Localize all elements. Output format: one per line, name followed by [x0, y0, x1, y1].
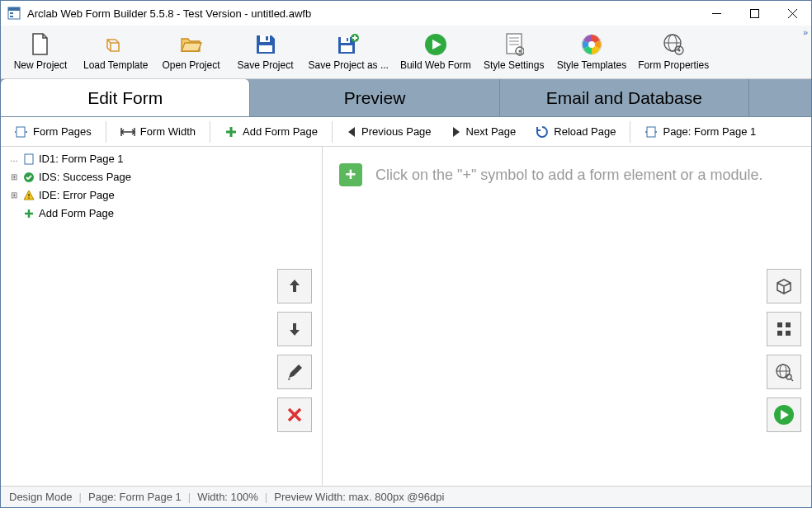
tree-item-form-page[interactable]: … ID1: Form Page 1	[1, 150, 322, 168]
status-preview-width: Preview Width: max. 800px @96dpi	[274, 491, 444, 503]
status-width: Width: 100%	[197, 491, 258, 503]
toolbar-label: Build Web Form	[400, 59, 471, 71]
svg-rect-1	[8, 7, 20, 11]
add-form-page-button[interactable]: Add Form Page	[215, 120, 327, 144]
status-page: Page: Form Page 1	[88, 491, 182, 503]
hint-text: Click on the "+" symbol to add a form el…	[375, 167, 763, 184]
save-project-button[interactable]: Save Project	[229, 27, 303, 77]
move-up-button[interactable]	[277, 269, 312, 303]
save-icon	[254, 33, 277, 56]
tree-expander[interactable]: ⊞	[9, 187, 19, 204]
window-title: Arclab Web Form Builder 5.5.8 - Test Ver…	[27, 7, 697, 20]
style-settings-button[interactable]: Style Settings	[477, 27, 551, 77]
svg-rect-9	[266, 36, 268, 40]
sub-label: Reload Page	[554, 125, 616, 138]
separator: |	[79, 491, 82, 503]
toolbar-label: Save Project as ...	[309, 59, 389, 71]
arrow-left-icon	[347, 126, 356, 138]
sub-label: Previous Page	[361, 125, 432, 138]
svg-rect-38	[25, 154, 33, 164]
new-project-button[interactable]: New Project	[3, 27, 78, 77]
app-icon	[7, 7, 21, 20]
tree-label: ID1: Form Page 1	[39, 151, 124, 167]
delete-button[interactable]	[277, 397, 312, 432]
svg-rect-45	[786, 331, 791, 336]
open-project-button[interactable]: Open Project	[154, 27, 229, 77]
width-icon	[120, 127, 135, 137]
tree-item-error-page[interactable]: ⊞ IDE: Error Page	[1, 186, 322, 205]
tab-preview[interactable]: Preview	[250, 79, 499, 116]
plus-icon	[22, 207, 35, 220]
reload-page-button[interactable]: Reload Page	[526, 120, 625, 144]
canvas-hint: + Click on the "+" symbol to add a form …	[339, 163, 795, 186]
new-file-icon	[29, 33, 52, 56]
page-indicator[interactable]: Page: Form Page 1	[635, 120, 765, 144]
load-template-button[interactable]: Load Template	[78, 27, 154, 77]
template-icon	[104, 33, 127, 56]
separator: |	[188, 491, 191, 503]
warning-icon	[22, 189, 35, 202]
svg-rect-2	[10, 12, 13, 14]
form-width-button[interactable]: Form Width	[111, 120, 205, 144]
tree-item-success-page[interactable]: ⊞ IDS: Success Page	[1, 168, 322, 186]
minimize-button[interactable]	[697, 1, 735, 26]
save-as-icon	[337, 33, 360, 56]
toolbar-label: Load Template	[83, 59, 149, 71]
plus-icon	[224, 125, 238, 139]
sub-label: Form Width	[140, 125, 196, 138]
window-controls	[697, 1, 811, 26]
color-wheel-icon	[580, 33, 603, 56]
toolbar-overflow-icon[interactable]: »	[803, 27, 808, 37]
svg-rect-3	[10, 16, 13, 17]
svg-rect-13	[341, 45, 352, 52]
save-as-button[interactable]: Save Project as ...	[303, 27, 394, 77]
tree-item-add-page[interactable]: Add Form Page	[1, 205, 322, 223]
svg-rect-10	[259, 45, 272, 52]
globe-gear-icon	[662, 33, 685, 56]
svg-rect-12	[347, 38, 348, 41]
run-button[interactable]	[767, 397, 801, 432]
previous-page-button[interactable]: Previous Page	[338, 120, 441, 144]
style-settings-icon	[503, 33, 526, 56]
tab-edit-form[interactable]: Edit Form	[1, 79, 250, 116]
svg-rect-11	[341, 37, 350, 43]
edit-button[interactable]	[277, 355, 312, 389]
status-bar: Design Mode | Page: Form Page 1 | Width:…	[1, 486, 811, 507]
form-properties-button[interactable]: Form Properties	[632, 27, 715, 77]
divider	[106, 121, 106, 143]
folder-open-icon	[180, 33, 203, 56]
pages-icon	[15, 125, 28, 139]
canvas: + Click on the "+" symbol to add a form …	[323, 147, 811, 486]
divider	[332, 121, 333, 143]
tab-label: Edit Form	[87, 88, 163, 108]
canvas-actions	[767, 269, 801, 432]
toolbar-label: Save Project	[237, 59, 293, 71]
toolbar-label: Style Templates	[557, 59, 627, 71]
tree-expander[interactable]: ⊞	[9, 169, 19, 186]
maximize-button[interactable]	[735, 1, 773, 26]
build-button[interactable]: Build Web Form	[394, 27, 477, 77]
module-button[interactable]	[767, 269, 801, 303]
toolbar-label: Form Properties	[638, 59, 709, 71]
sub-label: Add Form Page	[243, 125, 318, 138]
svg-point-37	[655, 131, 657, 133]
tab-email-database[interactable]: Email and Database	[500, 79, 749, 116]
svg-point-41	[28, 197, 30, 199]
svg-rect-35	[647, 127, 655, 137]
svg-line-50	[791, 379, 793, 381]
tree-actions	[277, 269, 312, 432]
tab-label: Email and Database	[546, 88, 702, 108]
grid-button[interactable]	[767, 312, 801, 346]
form-pages-button[interactable]: Form Pages	[6, 120, 101, 144]
move-down-button[interactable]	[277, 312, 312, 346]
svg-rect-8	[260, 35, 270, 42]
next-page-button[interactable]: Next Page	[442, 120, 526, 144]
toolbar-label: Open Project	[162, 59, 220, 71]
add-element-button[interactable]: +	[339, 163, 362, 186]
globe-search-button[interactable]	[767, 355, 801, 389]
divider	[210, 121, 210, 143]
svg-point-21	[518, 50, 521, 53]
style-templates-button[interactable]: Style Templates	[551, 27, 633, 77]
close-button[interactable]	[773, 1, 811, 26]
main-area: … ID1: Form Page 1 ⊞ IDS: Success Page ⊞…	[1, 147, 811, 486]
